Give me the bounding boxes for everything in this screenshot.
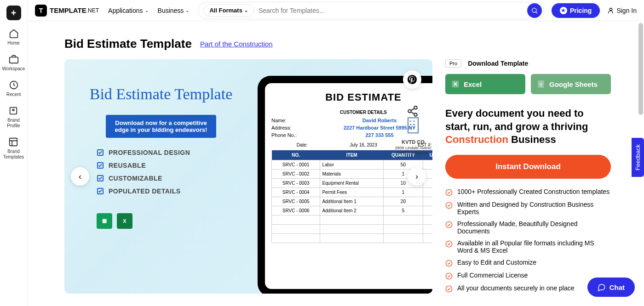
svg-point-18 <box>446 189 452 195</box>
user-icon <box>607 7 615 14</box>
feature-item: PROFESSIONAL DESIGN <box>97 149 235 156</box>
company-info: KVTD CO 2808 Lindale Avenu kvtdcorp@gmai <box>390 114 432 155</box>
share-button[interactable] <box>407 105 419 119</box>
check-circle-icon <box>445 272 453 280</box>
table-row <box>272 215 433 225</box>
carousel-next-button[interactable]: › <box>408 167 426 186</box>
svg-point-23 <box>446 273 452 279</box>
home-icon <box>9 28 19 39</box>
svg-point-9 <box>408 110 411 113</box>
check-circle-icon <box>445 202 453 209</box>
download-sheets-button[interactable]: Google Sheets <box>531 74 611 94</box>
sidebar-item-brand-templates[interactable]: Brand Templates <box>3 137 24 160</box>
pro-badge: Pro <box>445 59 461 68</box>
svg-rect-0 <box>9 57 17 63</box>
pinterest-button[interactable] <box>403 70 421 89</box>
signin-link[interactable]: Sign In <box>607 7 637 14</box>
svg-point-20 <box>446 221 452 227</box>
chevron-down-icon: ⌄ <box>185 8 189 13</box>
profile-icon <box>8 106 18 116</box>
svg-point-22 <box>446 260 452 266</box>
benefit-item: Available in all Popular file formats in… <box>445 239 611 254</box>
chat-button[interactable]: Chat <box>587 278 635 297</box>
svg-point-21 <box>446 241 452 247</box>
google-sheets-icon: ▦ <box>97 213 112 229</box>
search-button[interactable] <box>527 3 542 18</box>
search-bar: All Formats⌄ <box>198 2 544 19</box>
sidebar-item-recent[interactable]: Recent <box>6 80 21 97</box>
feature-item: REUSABLE <box>97 162 235 169</box>
download-title: Download Template <box>468 60 528 67</box>
benefit-item: Written and Designed by Construction Bus… <box>445 201 611 215</box>
feedback-tab[interactable]: Feedback <box>632 138 644 177</box>
svg-rect-15 <box>408 118 418 133</box>
doc-title: BID ESTIMATE <box>271 91 432 103</box>
add-button[interactable]: + <box>6 6 21 20</box>
sidebar-item-home[interactable]: Home <box>7 28 20 46</box>
sidebar-label: Workspace <box>2 66 25 72</box>
table-row <box>272 234 433 243</box>
format-filter[interactable]: All Formats⌄ <box>203 4 254 17</box>
pinterest-icon <box>407 74 417 85</box>
instant-download-button[interactable]: Instant Download <box>445 155 611 179</box>
sidebar-item-brand-profile[interactable]: Brand Profile <box>7 106 20 129</box>
check-icon <box>97 187 104 195</box>
app-icons: ▦ X <box>97 213 235 229</box>
briefcase-icon <box>9 54 19 64</box>
svg-point-19 <box>446 202 452 208</box>
nav-applications[interactable]: Applications⌄ <box>108 7 149 14</box>
table-row: SRVC - 0006Additional Item 25$ <box>272 206 433 215</box>
search-icon <box>531 7 538 14</box>
svg-point-6 <box>610 8 612 10</box>
search-input[interactable] <box>259 7 527 14</box>
svg-point-5 <box>532 8 536 12</box>
sidebar-label: Home <box>7 40 20 46</box>
chevron-down-icon: ⌄ <box>244 8 248 13</box>
download-panel: Pro Download Template Excel Google Sheet… <box>445 59 611 297</box>
pricing-button[interactable]: ★Pricing <box>552 3 600 18</box>
templates-icon <box>8 137 18 147</box>
category-link[interactable]: Part of the Construction <box>200 40 273 48</box>
tablet-mockup: BID ESTIMATE CUSTOMER DETAILS Name:David… <box>258 76 432 294</box>
svg-point-8 <box>414 106 417 109</box>
download-excel-button[interactable]: Excel <box>445 74 525 94</box>
svg-point-10 <box>414 113 417 116</box>
promo-heading: Every document you need to start, run, a… <box>445 107 611 147</box>
preview-title: Bid Estimate Template <box>87 85 235 104</box>
top-header: T TEMPLATE.NET Applications⌄ Business⌄ A… <box>28 0 644 21</box>
benefit-item: All your documents securely in one place <box>445 284 611 293</box>
svg-point-24 <box>446 286 452 292</box>
feature-item: POPULATED DETAILS <box>97 187 235 195</box>
template-preview: ‹ › Bid Estimate Template Download now f… <box>64 59 432 294</box>
table-row: SRVC - 0004Permit Fees1$ 2 <box>272 188 433 197</box>
benefit-item: Full Commercial License <box>445 272 611 280</box>
svg-point-3 <box>13 109 15 111</box>
feature-item: CUSTOMIZABLE <box>97 175 235 182</box>
nav-business[interactable]: Business⌄ <box>158 7 190 14</box>
excel-icon: X <box>117 213 132 229</box>
preview-info: Bid Estimate Template Download now for a… <box>87 85 235 229</box>
sheets-icon <box>536 79 546 89</box>
chevron-down-icon: ⌄ <box>145 8 149 13</box>
table-row: SRVC - 0001Labor50$ <box>272 160 433 170</box>
check-circle-icon <box>445 285 453 293</box>
check-circle-icon <box>445 260 453 267</box>
check-icon <box>97 149 104 156</box>
check-circle-icon <box>445 221 453 228</box>
check-circle-icon <box>445 240 453 248</box>
logo[interactable]: T TEMPLATE.NET <box>35 5 99 17</box>
logo-icon: T <box>35 5 47 17</box>
sidebar-item-workspace[interactable]: Workspace <box>2 54 25 72</box>
benefit-item: 1000+ Professionally Created Constructio… <box>445 188 611 196</box>
carousel-prev-button[interactable]: ‹ <box>71 167 89 186</box>
scrollbar[interactable] <box>638 23 643 115</box>
chat-icon <box>598 283 606 291</box>
page-title: Bid Estimate Template <box>64 37 192 51</box>
table-row: SRVC - 0005Additional Item 120$ <box>272 197 433 206</box>
clock-icon <box>9 80 19 90</box>
sidebar-label: Brand Profile <box>7 118 20 129</box>
preview-badge: Download now for a competitive edge in y… <box>106 115 216 138</box>
excel-icon <box>451 79 460 89</box>
benefit-item: Professionally Made, Beautifully Designe… <box>445 220 611 235</box>
share-icon <box>407 105 419 117</box>
